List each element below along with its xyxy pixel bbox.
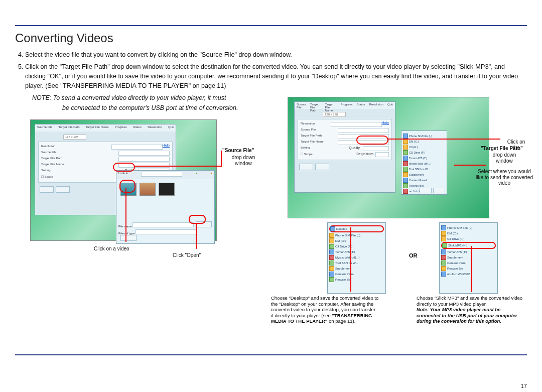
cap-l-text2: on page 11).	[327, 318, 355, 324]
folder-item[interactable]: Content Panel	[403, 178, 445, 183]
folder-item[interactable]: Supplement	[329, 266, 384, 271]
btnr-b[interactable]	[315, 164, 329, 170]
callout-sf-dd: drop down window	[226, 155, 261, 166]
folder-item[interactable]: Phone SIM File (L)	[329, 233, 384, 238]
folder-item[interactable]: Content Panel	[441, 260, 496, 266]
redline-open-v	[196, 223, 197, 249]
lbl-res: Resolution	[41, 145, 55, 150]
help-link[interactable]: Help	[163, 144, 170, 147]
ok-button[interactable]	[420, 188, 432, 193]
folder-item[interactable]: Recycle Bin	[441, 266, 496, 271]
lbl-set: Setting	[41, 169, 51, 174]
source-file-dropdown[interactable]	[118, 151, 170, 156]
folder-item[interactable]: C3 Drive (F:)	[329, 244, 384, 249]
folder-item[interactable]: DM (C:)	[441, 231, 496, 236]
callout-tf-sel: Select where you would like to send the …	[474, 169, 534, 186]
folder-item[interactable]: Tool SBN on W...	[403, 167, 445, 172]
folder-item[interactable]: Recycle Bin	[329, 277, 384, 282]
fieldr-q[interactable]	[363, 146, 389, 151]
lblr-begin: Begin from	[356, 152, 373, 157]
caption-slick: Choose "Slick MP3" and save the converte…	[417, 295, 524, 324]
video-thumb-3[interactable]	[159, 183, 175, 196]
col-name: Target File Name	[84, 124, 111, 132]
help-link-r[interactable]: Help	[382, 121, 389, 124]
folder-item[interactable]: Tumor AT5 (T:)	[403, 156, 445, 161]
redline-popR-v	[471, 246, 472, 292]
text: " drop down window.	[235, 51, 292, 58]
lblr-tfn: Target File Name	[301, 140, 324, 145]
folder-item[interactable]: Content Panel	[329, 272, 384, 277]
btnr-a[interactable]	[299, 164, 313, 170]
col-target: Target File Path	[57, 124, 82, 132]
converter-header-r: Source File Target File Path Target File…	[295, 102, 395, 109]
folder-item[interactable]: Desktop	[329, 225, 384, 232]
folder-item[interactable]: Slick MP3 (H:)	[441, 242, 496, 249]
text: Select the video file that you want to c…	[25, 51, 202, 58]
folder-item[interactable]: CD Drive (F:)	[403, 150, 445, 155]
quote-slick-mp3: Slick MP3	[460, 63, 489, 70]
btn-b[interactable]	[56, 186, 70, 193]
step-5: Click on the "Target File Path" drop dow…	[25, 62, 527, 91]
folder-item[interactable]: on Job: Win2002	[441, 272, 496, 277]
callout-tf-hd: "Target File Path"	[472, 146, 532, 152]
folder-item[interactable]: Phone SIM File (L)	[441, 225, 496, 230]
folder-item[interactable]: Supplement	[403, 172, 445, 177]
folder-item[interactable]: Mystic Web-off(...)	[403, 161, 445, 166]
colr-res: Resolution	[367, 102, 385, 109]
lblr-src: Source File	[301, 128, 316, 133]
file-type-field[interactable]	[136, 229, 197, 234]
col-source: Source File	[35, 124, 54, 132]
lblr-tfp: Target File Path	[301, 134, 322, 139]
cancel-button[interactable]	[120, 235, 137, 241]
colr-quit: Quit	[385, 102, 395, 109]
field-tfp[interactable]	[118, 157, 170, 162]
video-thumb-2[interactable]	[140, 183, 156, 196]
quote-transferring: TRANSFERRING MEDIA TO THE PLAYER	[63, 82, 189, 89]
fieldr-src[interactable]	[338, 128, 389, 133]
red-circle-thumb	[119, 180, 136, 193]
btn-a[interactable]	[40, 186, 54, 193]
colr-name: Target File Name	[323, 102, 338, 109]
figure-target-path: Source File Target File Path Target File…	[288, 97, 489, 218]
rule-top	[15, 25, 527, 26]
red-circle-source	[113, 163, 135, 172]
fieldr-res[interactable]	[331, 122, 382, 127]
quote-source-file: Source File	[202, 51, 235, 58]
page-title: Converting Videos	[15, 31, 527, 45]
lblr-res: Resolution	[301, 122, 315, 127]
col-res: Resolution	[146, 124, 164, 132]
folder-item[interactable]: Supplement	[441, 255, 496, 260]
cancel-button-r[interactable]	[433, 188, 445, 193]
lblr-scope: Scope	[304, 153, 313, 156]
lblr-q: Quality	[349, 146, 360, 151]
folder-item[interactable]: DM (C:)	[329, 238, 384, 243]
cap-r-text: Choose "Slick MP3" and save the converte…	[417, 295, 522, 306]
folder-item[interactable]: Phone SIM File (L)	[403, 134, 445, 139]
popup-list-right: Phone SIM File (L)DM (C:)C3 Drive (F:)Sl…	[440, 223, 497, 279]
folder-item[interactable]: C3 Drive (F:)	[441, 236, 496, 241]
lblr-set: Setting	[301, 146, 310, 151]
popup-desktop: DesktopPhone SIM File (L)DM (C:)C3 Drive…	[327, 222, 386, 294]
converter-header: Source File Target File Path Target File…	[35, 124, 176, 132]
col-quit: Quit	[166, 124, 176, 132]
folder-item[interactable]: C3 (E:)	[403, 145, 445, 150]
redline-popL-v	[350, 227, 351, 292]
dimension-label: 128 x 128	[63, 135, 86, 140]
note-text: To send a converted video directly to yo…	[53, 94, 226, 101]
field-res[interactable]	[111, 145, 163, 150]
dim-r: 128 x 128	[323, 112, 346, 117]
red-circle-open	[189, 215, 206, 224]
file-name-field[interactable]	[132, 222, 194, 227]
popup-slick: Phone SIM File (L)DM (C:)C3 Drive (F:)Sl…	[439, 222, 498, 294]
rule-bottom	[15, 354, 527, 355]
folder-item[interactable]: Tool SBN on W...	[329, 260, 384, 266]
redline-sel-h	[454, 165, 486, 166]
folder-item[interactable]: Mystic Web-off(...)	[329, 255, 384, 260]
folder-item[interactable]: Tumor AT5 (T:)	[441, 249, 496, 254]
folder-item[interactable]: Tumor AT5 (T:)	[329, 249, 384, 254]
lbl-tfp: Target File Path	[41, 157, 62, 162]
callout-click-video: Click on a video	[94, 246, 129, 252]
address-field[interactable]	[141, 172, 182, 177]
fieldr-begin[interactable]	[375, 152, 389, 157]
folder-item[interactable]: DM (C:)	[403, 139, 445, 144]
